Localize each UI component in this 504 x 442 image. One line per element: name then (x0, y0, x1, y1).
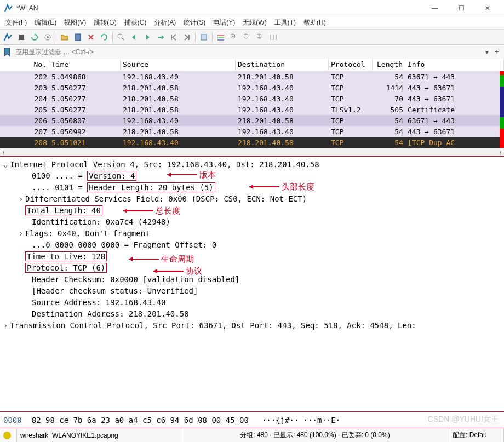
protocol-field[interactable]: Protocol: TCP (6) (25, 263, 107, 273)
reload-icon[interactable] (98, 31, 110, 43)
col-destination[interactable]: Destination (236, 59, 329, 71)
menu-wireless[interactable]: 无线(W) (239, 17, 270, 28)
open-file-icon[interactable] (59, 31, 71, 43)
save-file-icon[interactable] (72, 31, 84, 43)
col-no[interactable]: No. (0, 59, 49, 71)
col-protocol[interactable]: Protocol (329, 59, 373, 71)
svg-point-4 (118, 34, 122, 38)
menu-capture[interactable]: 捕获(C) (121, 17, 150, 28)
dst-address-field[interactable]: Destination Address: 218.201.40.58 (32, 309, 189, 318)
svg-text:−: − (245, 33, 248, 38)
fragment-offset-field[interactable]: ...0 0000 0000 0000 = Fragment Offset: 0 (32, 240, 216, 249)
app-icon (4, 4, 13, 13)
packet-row[interactable]: 2035.050277218.201.40.58192.168.43.40TCP… (0, 82, 504, 93)
packet-row[interactable]: 2045.050277218.201.40.58192.168.43.40TCP… (0, 93, 504, 104)
packet-details-pane: ⌄Internet Protocol Version 4, Src: 192.1… (0, 157, 504, 411)
menu-help[interactable]: 帮助(H) (300, 17, 329, 28)
col-length[interactable]: Length (373, 59, 405, 71)
packet-row[interactable]: 2025.049868192.168.43.40218.201.40.58TCP… (0, 71, 504, 82)
annotation-ttl: 生命周期 (126, 253, 194, 266)
annotation-protocol: 协议 (151, 265, 202, 278)
menu-bar: 文件(F) 编辑(E) 视图(V) 跳转(G) 捕获(C) 分析(A) 统计(S… (0, 16, 504, 30)
title-bar: *WLAN — ☐ ✕ (0, 0, 504, 16)
stop-capture-icon[interactable] (15, 31, 27, 43)
toolbar: + − 1 (0, 30, 504, 45)
menu-edit[interactable]: 编辑(E) (31, 17, 60, 28)
menu-stats[interactable]: 统计(S) (180, 17, 209, 28)
flags-field[interactable]: Flags: 0x40, Don't fragment (25, 229, 150, 238)
hex-ascii: ···{j#·· ···m··E· (262, 416, 340, 424)
hex-bytes: 82 98 ce 7b 6a 23 a0 a4 c5 c6 94 6d 08 0… (32, 416, 249, 424)
auto-scroll-icon[interactable] (198, 31, 210, 43)
tcp-header-line[interactable]: Transmission Control Protocol, Src Port:… (10, 321, 416, 330)
resize-columns-icon[interactable] (267, 31, 279, 43)
ttl-field[interactable]: Time to Live: 128 (25, 251, 107, 261)
menu-telephony[interactable]: 电话(Y) (210, 17, 238, 28)
menu-go[interactable]: 跳转(G) (90, 17, 119, 28)
annotation-version: 版本 (164, 169, 216, 181)
close-button[interactable]: ✕ (476, 1, 500, 16)
go-to-packet-icon[interactable] (154, 31, 167, 43)
svg-rect-9 (217, 39, 224, 41)
version-field[interactable]: Version: 4 (87, 171, 136, 181)
packet-row[interactable]: 2065.050807192.168.43.40218.201.40.58TCP… (0, 115, 504, 126)
col-info[interactable]: Info (405, 59, 504, 71)
zoom-in-icon[interactable]: + (228, 31, 240, 43)
expand-icon[interactable]: › (19, 228, 25, 239)
status-bar: wireshark_WLANOYIKE1.pcapng 分组: 480 · 已显… (0, 428, 504, 442)
menu-tools[interactable]: 工具(T) (271, 17, 299, 28)
expand-icon[interactable]: › (3, 320, 10, 331)
menu-view[interactable]: 视图(V) (61, 17, 89, 28)
go-forward-icon[interactable] (141, 31, 153, 43)
svg-text:1: 1 (258, 35, 260, 38)
dsf-field[interactable]: Differentiated Services Field: 0x00 (DSC… (25, 194, 307, 203)
filter-expression-icon[interactable]: ▾ (482, 47, 492, 57)
src-address-field[interactable]: Source Address: 192.168.43.40 (32, 298, 165, 307)
packet-row[interactable]: 2075.050992218.201.40.58192.168.43.40TCP… (0, 126, 504, 137)
status-profile[interactable]: 配置: Defau (449, 428, 504, 442)
menu-analyze[interactable]: 分析(A) (151, 17, 179, 28)
expert-info-button[interactable] (0, 428, 17, 442)
svg-text:+: + (232, 34, 234, 39)
menu-file[interactable]: 文件(F) (2, 17, 30, 28)
find-icon[interactable] (115, 31, 127, 43)
packet-row[interactable]: 2055.050277218.201.40.58192.168.43.40TLS… (0, 104, 504, 115)
ipv4-header-line[interactable]: Internet Protocol Version 4, Src: 192.16… (10, 160, 319, 169)
maximize-button[interactable]: ☐ (449, 1, 473, 16)
checksum-field[interactable]: Header Checksum: 0x0000 [validation disa… (32, 275, 239, 284)
status-file: wireshark_WLANOYIKE1.pcapng (17, 428, 181, 442)
capture-options-icon[interactable] (42, 31, 54, 43)
svg-rect-3 (75, 34, 81, 41)
filter-plus-icon[interactable]: + (492, 47, 502, 57)
restart-capture-icon[interactable] (28, 31, 41, 43)
go-first-icon[interactable] (168, 31, 180, 43)
packet-hscroll[interactable]: ⟨⟩ (0, 148, 504, 157)
close-file-icon[interactable] (85, 31, 97, 43)
svg-point-2 (47, 36, 49, 38)
expand-icon[interactable]: › (19, 193, 25, 205)
identification-field[interactable]: Identification: 0xa7c4 (42948) (32, 217, 170, 226)
expand-icon[interactable]: ⌄ (3, 159, 10, 170)
minimize-button[interactable]: — (423, 1, 447, 16)
packet-list-header: No. Time Source Destination Protocol Len… (0, 59, 504, 71)
svg-rect-7 (217, 35, 224, 36)
col-time[interactable]: Time (49, 59, 121, 71)
col-source[interactable]: Source (121, 59, 236, 71)
zoom-reset-icon[interactable]: 1 (254, 31, 266, 43)
packet-row[interactable]: 2085.051021192.168.43.40218.201.40.58TCP… (0, 137, 504, 148)
packet-overview-strip[interactable] (500, 71, 504, 148)
bookmark-icon[interactable] (2, 47, 12, 57)
watermark: CSDN @YUHUI女王 (428, 415, 499, 424)
go-back-icon[interactable] (128, 31, 140, 43)
expert-info-icon (3, 432, 11, 439)
colorize-icon[interactable] (215, 31, 227, 43)
start-capture-icon[interactable] (2, 31, 14, 43)
header-length-field[interactable]: Header Length: 20 bytes (5) (87, 182, 215, 192)
status-stats: 分组: 480 · 已显示: 480 (100.0%) · 已丢弃: 0 (0.… (181, 428, 449, 442)
zoom-out-icon[interactable]: − (241, 31, 253, 43)
checksum-status-field[interactable]: [Header checksum status: Unverified] (32, 286, 198, 295)
display-filter-bar: ▾ + (0, 45, 504, 59)
total-length-field[interactable]: Total Length: 40 (25, 205, 102, 215)
display-filter-input[interactable] (13, 47, 482, 57)
go-last-icon[interactable] (181, 31, 193, 43)
